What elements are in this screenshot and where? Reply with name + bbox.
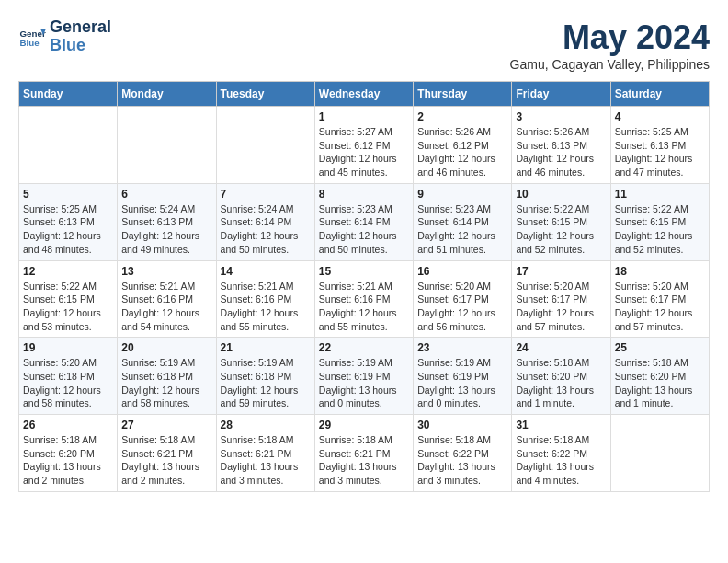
calendar-day-cell bbox=[118, 107, 216, 184]
day-info: Sunrise: 5:21 AM Sunset: 6:16 PM Dayligh… bbox=[221, 280, 311, 334]
day-info: Sunrise: 5:23 AM Sunset: 6:14 PM Dayligh… bbox=[417, 202, 507, 257]
weekday-header-thursday: Thursday bbox=[414, 82, 512, 107]
day-number: 6 bbox=[121, 188, 211, 201]
day-info: Sunrise: 5:19 AM Sunset: 6:18 PM Dayligh… bbox=[121, 356, 211, 410]
calendar-day-cell: 28Sunrise: 5:18 AM Sunset: 6:21 PM Dayli… bbox=[216, 415, 314, 492]
calendar-day-cell: 27Sunrise: 5:18 AM Sunset: 6:21 PM Dayli… bbox=[118, 415, 216, 492]
day-info: Sunrise: 5:18 AM Sunset: 6:21 PM Dayligh… bbox=[319, 433, 409, 488]
day-number: 17 bbox=[516, 265, 606, 278]
calendar-day-cell: 1Sunrise: 5:27 AM Sunset: 6:12 PM Daylig… bbox=[314, 107, 413, 184]
calendar-day-cell: 4Sunrise: 5:25 AM Sunset: 6:13 PM Daylig… bbox=[610, 107, 709, 184]
calendar-day-cell: 26Sunrise: 5:18 AM Sunset: 6:20 PM Dayli… bbox=[19, 415, 118, 492]
weekday-header-friday: Friday bbox=[512, 82, 610, 107]
day-info: Sunrise: 5:27 AM Sunset: 6:12 PM Dayligh… bbox=[319, 125, 409, 179]
day-number: 11 bbox=[615, 188, 705, 201]
calendar-day-cell: 29Sunrise: 5:18 AM Sunset: 6:21 PM Dayli… bbox=[314, 415, 413, 492]
calendar-day-cell: 21Sunrise: 5:19 AM Sunset: 6:18 PM Dayli… bbox=[216, 338, 314, 415]
calendar-day-cell: 13Sunrise: 5:21 AM Sunset: 6:16 PM Dayli… bbox=[118, 260, 216, 338]
logo: General Blue General Blue bbox=[18, 18, 111, 55]
day-number: 9 bbox=[417, 188, 507, 201]
day-info: Sunrise: 5:20 AM Sunset: 6:17 PM Dayligh… bbox=[417, 280, 507, 334]
calendar-week-row: 12Sunrise: 5:22 AM Sunset: 6:15 PM Dayli… bbox=[19, 260, 710, 338]
page-header: General Blue General Blue May 2024 Gamu,… bbox=[18, 18, 710, 72]
calendar-body: 1Sunrise: 5:27 AM Sunset: 6:12 PM Daylig… bbox=[19, 107, 710, 492]
day-number: 19 bbox=[23, 341, 113, 354]
calendar-day-cell: 20Sunrise: 5:19 AM Sunset: 6:18 PM Dayli… bbox=[118, 338, 216, 415]
day-info: Sunrise: 5:21 AM Sunset: 6:16 PM Dayligh… bbox=[121, 280, 211, 334]
calendar-day-cell: 10Sunrise: 5:22 AM Sunset: 6:15 PM Dayli… bbox=[512, 183, 610, 260]
day-info: Sunrise: 5:24 AM Sunset: 6:13 PM Dayligh… bbox=[121, 202, 211, 257]
day-number: 10 bbox=[516, 188, 606, 201]
day-info: Sunrise: 5:18 AM Sunset: 6:21 PM Dayligh… bbox=[121, 433, 211, 488]
weekday-header-row: SundayMondayTuesdayWednesdayThursdayFrid… bbox=[19, 82, 710, 107]
title-block: May 2024 Gamu, Cagayan Valley, Philippin… bbox=[510, 18, 710, 72]
calendar-day-cell: 17Sunrise: 5:20 AM Sunset: 6:17 PM Dayli… bbox=[512, 260, 610, 338]
weekday-header-sunday: Sunday bbox=[19, 82, 118, 107]
calendar-day-cell bbox=[216, 107, 314, 184]
day-info: Sunrise: 5:18 AM Sunset: 6:22 PM Dayligh… bbox=[417, 433, 507, 488]
day-info: Sunrise: 5:18 AM Sunset: 6:20 PM Dayligh… bbox=[516, 356, 606, 410]
day-number: 21 bbox=[221, 341, 311, 354]
day-info: Sunrise: 5:19 AM Sunset: 6:19 PM Dayligh… bbox=[319, 356, 409, 410]
day-number: 28 bbox=[221, 419, 311, 431]
day-number: 5 bbox=[23, 188, 113, 201]
calendar-week-row: 26Sunrise: 5:18 AM Sunset: 6:20 PM Dayli… bbox=[19, 415, 710, 492]
day-info: Sunrise: 5:22 AM Sunset: 6:15 PM Dayligh… bbox=[23, 280, 113, 334]
day-info: Sunrise: 5:26 AM Sunset: 6:13 PM Dayligh… bbox=[516, 125, 606, 179]
day-number: 24 bbox=[516, 341, 606, 354]
month-year-title: May 2024 bbox=[510, 18, 710, 57]
day-number: 27 bbox=[121, 419, 211, 431]
day-info: Sunrise: 5:25 AM Sunset: 6:13 PM Dayligh… bbox=[615, 125, 705, 179]
day-number: 7 bbox=[221, 188, 311, 201]
calendar-day-cell: 12Sunrise: 5:22 AM Sunset: 6:15 PM Dayli… bbox=[19, 260, 118, 338]
weekday-header-tuesday: Tuesday bbox=[216, 82, 314, 107]
calendar-day-cell: 9Sunrise: 5:23 AM Sunset: 6:14 PM Daylig… bbox=[414, 183, 512, 260]
weekday-header-monday: Monday bbox=[118, 82, 216, 107]
calendar-day-cell: 19Sunrise: 5:20 AM Sunset: 6:18 PM Dayli… bbox=[19, 338, 118, 415]
day-info: Sunrise: 5:18 AM Sunset: 6:20 PM Dayligh… bbox=[23, 433, 113, 488]
location-subtitle: Gamu, Cagayan Valley, Philippines bbox=[510, 57, 710, 72]
day-number: 23 bbox=[417, 341, 507, 354]
calendar-week-row: 19Sunrise: 5:20 AM Sunset: 6:18 PM Dayli… bbox=[19, 338, 710, 415]
day-number: 3 bbox=[516, 110, 606, 123]
calendar-day-cell: 6Sunrise: 5:24 AM Sunset: 6:13 PM Daylig… bbox=[118, 183, 216, 260]
calendar-day-cell: 16Sunrise: 5:20 AM Sunset: 6:17 PM Dayli… bbox=[414, 260, 512, 338]
calendar-week-row: 5Sunrise: 5:25 AM Sunset: 6:13 PM Daylig… bbox=[19, 183, 710, 260]
calendar-week-row: 1Sunrise: 5:27 AM Sunset: 6:12 PM Daylig… bbox=[19, 107, 710, 184]
calendar-day-cell: 7Sunrise: 5:24 AM Sunset: 6:14 PM Daylig… bbox=[216, 183, 314, 260]
calendar-day-cell: 5Sunrise: 5:25 AM Sunset: 6:13 PM Daylig… bbox=[19, 183, 118, 260]
calendar-header: SundayMondayTuesdayWednesdayThursdayFrid… bbox=[19, 82, 710, 107]
day-info: Sunrise: 5:20 AM Sunset: 6:17 PM Dayligh… bbox=[615, 280, 705, 334]
day-number: 22 bbox=[319, 341, 409, 354]
logo-text: General Blue bbox=[50, 18, 111, 55]
calendar-day-cell: 11Sunrise: 5:22 AM Sunset: 6:15 PM Dayli… bbox=[610, 183, 709, 260]
day-number: 12 bbox=[23, 265, 113, 278]
calendar-day-cell: 25Sunrise: 5:18 AM Sunset: 6:20 PM Dayli… bbox=[610, 338, 709, 415]
day-info: Sunrise: 5:18 AM Sunset: 6:22 PM Dayligh… bbox=[516, 433, 606, 488]
day-number: 31 bbox=[516, 419, 606, 431]
weekday-header-wednesday: Wednesday bbox=[314, 82, 413, 107]
calendar-day-cell: 30Sunrise: 5:18 AM Sunset: 6:22 PM Dayli… bbox=[414, 415, 512, 492]
day-number: 25 bbox=[615, 341, 705, 354]
logo-icon: General Blue bbox=[18, 23, 46, 51]
day-info: Sunrise: 5:26 AM Sunset: 6:12 PM Dayligh… bbox=[417, 125, 507, 179]
calendar-day-cell: 18Sunrise: 5:20 AM Sunset: 6:17 PM Dayli… bbox=[610, 260, 709, 338]
day-number: 14 bbox=[221, 265, 311, 278]
day-number: 29 bbox=[319, 419, 409, 431]
calendar-day-cell: 31Sunrise: 5:18 AM Sunset: 6:22 PM Dayli… bbox=[512, 415, 610, 492]
day-info: Sunrise: 5:22 AM Sunset: 6:15 PM Dayligh… bbox=[516, 202, 606, 257]
day-info: Sunrise: 5:19 AM Sunset: 6:19 PM Dayligh… bbox=[417, 356, 507, 410]
day-number: 13 bbox=[121, 265, 211, 278]
day-info: Sunrise: 5:18 AM Sunset: 6:21 PM Dayligh… bbox=[221, 433, 311, 488]
day-info: Sunrise: 5:23 AM Sunset: 6:14 PM Dayligh… bbox=[319, 202, 409, 257]
calendar-day-cell bbox=[19, 107, 118, 184]
calendar-day-cell: 22Sunrise: 5:19 AM Sunset: 6:19 PM Dayli… bbox=[314, 338, 413, 415]
calendar-day-cell: 8Sunrise: 5:23 AM Sunset: 6:14 PM Daylig… bbox=[314, 183, 413, 260]
day-number: 30 bbox=[417, 419, 507, 431]
day-info: Sunrise: 5:24 AM Sunset: 6:14 PM Dayligh… bbox=[221, 202, 311, 257]
day-number: 8 bbox=[319, 188, 409, 201]
calendar-day-cell: 2Sunrise: 5:26 AM Sunset: 6:12 PM Daylig… bbox=[414, 107, 512, 184]
day-info: Sunrise: 5:19 AM Sunset: 6:18 PM Dayligh… bbox=[221, 356, 311, 410]
day-number: 2 bbox=[417, 110, 507, 123]
calendar-day-cell bbox=[610, 415, 709, 492]
